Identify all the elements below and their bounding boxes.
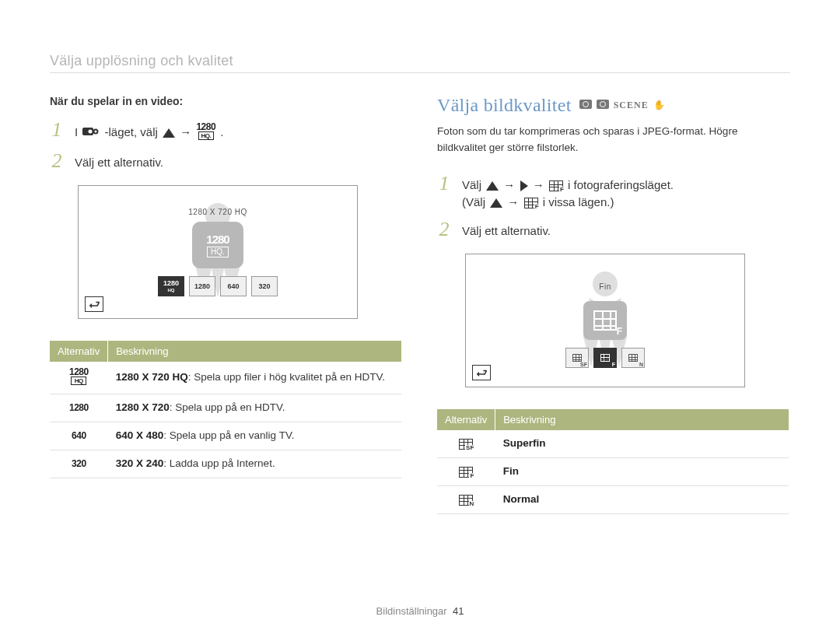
preview-caption: 1280 X 720 HQ — [188, 208, 247, 216]
sf-icon: SF — [459, 439, 473, 450]
table-row: 1280HQ 1280 X 720 HQ: Spela upp filer i … — [50, 362, 401, 394]
quality-grid-icon: F — [549, 180, 563, 191]
table-header-option: Alternativ — [50, 341, 108, 362]
arrow-icon: → — [533, 178, 548, 191]
table-row: N Normal — [437, 486, 789, 514]
res-icon-320: 320 — [72, 460, 86, 468]
resolution-options-row: 1280HQ 1280 640 320 — [158, 276, 278, 296]
mode-icons: SCENE — [579, 100, 665, 111]
step-number-2: 2 — [50, 151, 64, 171]
step-2-text: Välj ett alternativ. — [462, 219, 551, 240]
n-icon: N — [459, 495, 473, 506]
video-mode-icon — [82, 124, 100, 142]
preview-caption: Fin — [599, 282, 611, 291]
when-heading: När du spelar in en video: — [50, 95, 401, 107]
page-subtitle: Välja upplösning och kvalitet — [50, 53, 790, 69]
video-res-preview: 1280 X 720 HQ 1280 HQ. 1280HQ 1280 640 3… — [78, 185, 358, 319]
camera-icon — [597, 100, 609, 109]
menu-triangle-icon — [490, 198, 502, 208]
resolution-option-320[interactable]: 320 — [251, 276, 278, 296]
scene-icon: SCENE — [614, 100, 649, 111]
section-description: Foton som du tar komprimeras och sparas … — [437, 124, 789, 156]
quality-preview: Fin F SF F N ⮐ — [465, 254, 745, 387]
step-number-1: 1 — [437, 173, 451, 194]
table-row: 1280 1280 X 720: Spela upp på en HDTV. — [50, 394, 401, 422]
table-row: 640 640 X 480: Spela upp på en vanlig TV… — [50, 422, 401, 450]
step-number-1: 1 — [50, 120, 64, 140]
arrow-icon: → — [507, 195, 522, 208]
step-1-text: Välj → → F i fotograferingsläget. (Välj … — [462, 173, 674, 212]
res-icon-640: 640 — [72, 432, 86, 440]
step-1-text: I -läget, välj → 1280HQ. . — [75, 120, 223, 143]
quality-option-sf[interactable]: SF — [565, 348, 589, 368]
resolution-option-1280[interactable]: 1280 — [189, 276, 215, 296]
camera-icon — [579, 100, 592, 109]
menu-triangle-icon — [163, 128, 175, 138]
res-icon-1280hq: 1280HQ — [69, 368, 89, 385]
table-header-desc: Beskrivning — [495, 409, 789, 430]
current-quality-badge: F — [583, 301, 627, 340]
quality-option-f[interactable]: F — [593, 348, 617, 368]
table-row: 320 320 X 240: Ladda upp på Internet. — [50, 450, 401, 478]
right-column: Välja bildkvalitet SCENE Foton som du ta… — [437, 95, 789, 514]
table-header-option: Alternativ — [437, 409, 495, 430]
back-button[interactable]: ⮐ — [472, 365, 491, 380]
resolution-option-640[interactable]: 640 — [220, 276, 247, 296]
step-2-text: Välj ett alternativ. — [75, 151, 163, 172]
quality-options-table: Alternativ Beskrivning SF Superfin F Fin… — [437, 409, 789, 514]
quality-grid-icon: F — [524, 198, 538, 208]
resolution-option-1280hq[interactable]: 1280HQ — [158, 276, 184, 296]
hand-icon — [653, 100, 665, 111]
1280hq-icon: 1280HQ. — [196, 123, 215, 143]
table-row: F Fin — [437, 458, 789, 486]
back-button[interactable]: ⮐ — [85, 296, 103, 312]
arrow-icon: → — [503, 178, 518, 191]
table-header-desc: Beskrivning — [108, 341, 401, 362]
left-column: När du spelar in en video: 1 I -läget, v… — [50, 95, 401, 514]
video-options-table: Alternativ Beskrivning 1280HQ 1280 X 720… — [50, 341, 401, 478]
res-icon-1280: 1280 — [69, 404, 89, 412]
current-resolution-badge: 1280 HQ. — [192, 222, 243, 268]
chevron-right-icon — [520, 180, 528, 191]
svg-point-2 — [94, 129, 98, 133]
section-title: Välja bildkvalitet — [437, 95, 572, 116]
divider — [50, 72, 790, 73]
step-number-2: 2 — [437, 219, 451, 240]
arrow-icon: → — [180, 125, 194, 138]
quality-option-n[interactable]: N — [621, 348, 645, 368]
svg-point-1 — [89, 129, 93, 133]
quality-options-row: SF F N — [565, 348, 645, 368]
f-icon: F — [459, 467, 473, 478]
menu-triangle-icon — [486, 181, 499, 191]
table-row: SF Superfin — [437, 430, 789, 457]
page-footer: Bildinställningar 41 — [0, 605, 840, 617]
section-title-row: Välja bildkvalitet SCENE — [437, 95, 789, 116]
